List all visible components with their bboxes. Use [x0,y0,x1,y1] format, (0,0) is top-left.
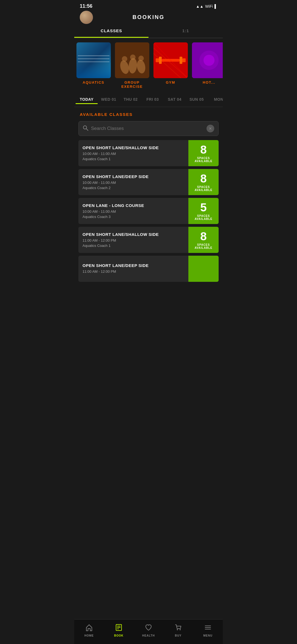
class-spaces-4: 8 SPACES AVAILABLE [188,227,219,253]
class-coach-1: Aquatics Coach 1 [82,157,184,161]
class-spaces-1: 8 SPACES AVAILABLE [188,140,219,166]
spaces-number-4: 8 [200,231,207,242]
spaces-number-2: 8 [200,173,207,184]
class-spaces-2: 8 SPACES AVAILABLE [188,169,219,195]
svg-point-4 [122,56,127,62]
category-aquatics-label: AQUATICS [83,80,105,84]
day-selector: TODAY WED 01 THU 02 FRI 03 SAT 04 SUN 05… [74,93,223,107]
class-card-3[interactable]: OPEN LANE - LONG COURSE 10:00 AM - 11:00… [78,198,219,224]
tab-bar: CLASSES 1:1 [74,24,223,38]
spaces-label-2: SPACES AVAILABLE [191,185,216,192]
class-name-1: OPEN SHORT LANE/SHALLOW SIDE [82,145,184,150]
avatar[interactable] [80,11,93,24]
available-classes-title: AVAILABLE CLASSES [80,112,133,117]
status-time: 11:56 [80,3,92,9]
battery-icon: ▌ [215,4,217,9]
class-coach-3: Aquatics Coach 3 [82,215,184,219]
search-clear-button[interactable]: ✕ [207,125,214,132]
tab-classes[interactable]: CLASSES [74,24,148,38]
class-time-2: 10:00 AM - 11:00 AM [82,181,184,185]
day-fri03[interactable]: FRI 03 [142,95,164,104]
class-name-5: OPEN SHORT LANE/DEEP SIDE [82,263,184,268]
class-card-4[interactable]: OPEN SHORT LANE/SHALLOW SIDE 11:00 AM - … [78,227,219,253]
classes-list: OPEN SHORT LANE/SHALLOW SIDE 10:00 AM - … [74,140,223,282]
spaces-label-3: SPACES AVAILABLE [191,214,216,220]
category-gym[interactable]: GYM [153,42,188,89]
class-time-4: 11:00 AM - 12:00 PM [82,238,184,242]
class-card-1[interactable]: OPEN SHORT LANE/SHALLOW SIDE 10:00 AM - … [78,140,219,166]
tab-one-on-one[interactable]: 1:1 [148,24,223,38]
class-info-4: OPEN SHORT LANE/SHALLOW SIDE 11:00 AM - … [78,227,188,253]
header: BOOKING [74,11,223,24]
svg-point-5 [130,54,136,60]
class-time-1: 10:00 AM - 11:00 AM [82,152,184,156]
class-card-2[interactable]: OPEN SHORT LANE/DEEP SIDE 10:00 AM - 11:… [78,169,219,195]
status-icons: ▲▲ WiFi ▌ [196,4,217,9]
svg-point-6 [138,56,144,61]
class-info-2: OPEN SHORT LANE/DEEP SIDE 10:00 AM - 11:… [78,169,188,195]
category-aquatics[interactable]: AQUATICS [76,42,111,89]
spaces-label-1: SPACES AVAILABLE [191,157,216,163]
category-group-exercise[interactable]: GROUP EXERCISE [114,42,150,89]
category-hot[interactable]: HOT... [191,42,223,89]
class-name-2: OPEN SHORT LANE/DEEP SIDE [82,174,184,179]
status-bar: 11:56 ▲▲ WiFi ▌ [74,0,223,11]
class-spaces-3: 5 SPACES AVAILABLE [188,198,219,224]
day-today[interactable]: TODAY [76,95,98,104]
category-group-label: GROUP EXERCISE [115,80,149,89]
class-coach-4: Aquatics Coach 1 [82,244,184,248]
day-sat04[interactable]: SAT 04 [164,95,186,104]
svg-point-19 [83,126,87,129]
network-icon: ▲▲ [196,4,204,9]
svg-rect-12 [182,58,186,62]
spaces-number-1: 8 [200,144,207,155]
available-classes-header: AVAILABLE CLASSES [74,107,223,120]
class-spaces-5 [188,256,219,282]
class-info-5: OPEN SHORT LANE/DEEP SIDE 11:00 AM - 12:… [78,256,188,282]
search-input[interactable] [91,126,207,131]
class-info-3: OPEN LANE - LONG COURSE 10:00 AM - 11:00… [78,198,188,224]
class-name-3: OPEN LANE - LONG COURSE [82,203,184,208]
class-time-3: 10:00 AM - 11:00 AM [82,209,184,214]
svg-rect-11 [180,57,182,64]
wifi-icon: WiFi [205,4,213,9]
day-sun05[interactable]: SUN 05 [186,95,208,104]
class-time-5: 11:00 AM - 12:00 PM [82,269,184,274]
day-thu02[interactable]: THU 02 [120,95,142,104]
class-name-4: OPEN SHORT LANE/SHALLOW SIDE [82,232,184,237]
search-icon [83,125,88,132]
class-card-5[interactable]: OPEN SHORT LANE/DEEP SIDE 11:00 AM - 12:… [78,256,219,282]
day-wed01[interactable]: WED 01 [98,95,120,104]
avatar-image [80,11,93,24]
spaces-number-3: 5 [200,202,207,213]
category-hot-label: HOT... [203,80,215,84]
page-title: BOOKING [133,14,165,20]
class-info-1: OPEN SHORT LANE/SHALLOW SIDE 10:00 AM - … [78,140,188,166]
spaces-label-4: SPACES AVAILABLE [191,243,216,249]
svg-point-18 [204,55,215,66]
day-mon[interactable]: MON [208,95,223,104]
search-container[interactable]: ✕ [78,121,219,136]
category-gym-label: GYM [166,80,175,84]
svg-line-20 [86,129,88,130]
category-list: AQUATICS GROUP EXERCISE [74,38,223,93]
svg-rect-8 [156,58,159,62]
class-coach-2: Aquatics Coach 2 [82,186,184,190]
